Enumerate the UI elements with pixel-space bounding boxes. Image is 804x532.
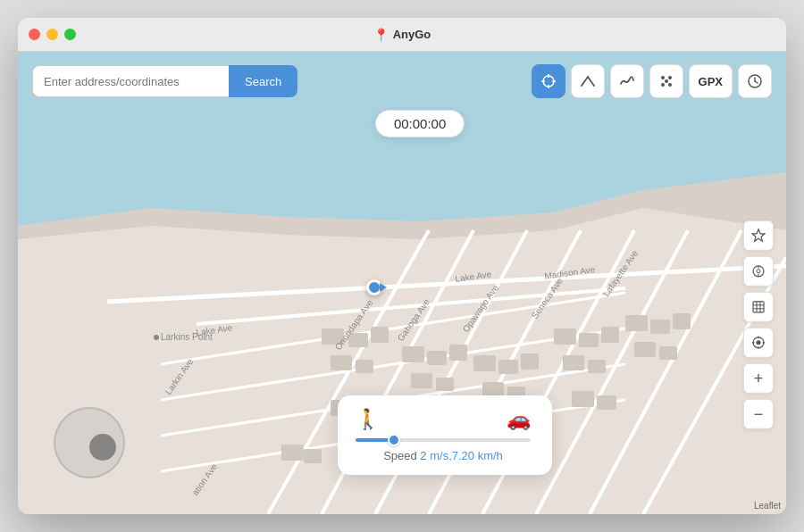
- favorites-button[interactable]: [743, 220, 774, 251]
- toolbar: Search: [18, 64, 786, 98]
- svg-rect-22: [402, 346, 424, 362]
- svg-point-93: [757, 340, 761, 345]
- svg-point-79: [665, 79, 668, 83]
- speed-icons: 🚶 🚗: [356, 408, 531, 431]
- svg-rect-21: [356, 360, 373, 373]
- speed-slider-thumb[interactable]: [388, 434, 400, 446]
- svg-rect-27: [473, 355, 496, 371]
- route2-icon: [619, 73, 635, 89]
- joystick-inner: [89, 434, 116, 461]
- svg-rect-32: [554, 328, 576, 345]
- timer-badge: 00:00:00: [375, 110, 465, 137]
- star-icon: [751, 229, 766, 243]
- compass-icon: [751, 264, 766, 278]
- map-container: Lake Ave Madison Ave Lafayette Ave Senec…: [18, 52, 786, 514]
- maximize-button[interactable]: [64, 29, 76, 40]
- zoom-in-label: +: [754, 369, 764, 387]
- app-window: 📍 AnyGo: [18, 18, 786, 514]
- speed-value: 2 m/s,7.20 km/h: [420, 449, 502, 462]
- title-text: AnyGo: [393, 28, 431, 41]
- location-icon: [751, 336, 766, 350]
- scatter-icon: [658, 73, 674, 89]
- gpx-button[interactable]: GPX: [689, 64, 733, 98]
- pin-icon: 📍: [373, 28, 389, 42]
- traffic-lights: [29, 29, 76, 40]
- zoom-out-button[interactable]: −: [743, 399, 774, 429]
- svg-rect-36: [588, 360, 606, 373]
- titlebar: 📍 AnyGo: [18, 18, 786, 52]
- svg-point-76: [668, 76, 672, 79]
- svg-rect-23: [427, 351, 447, 365]
- scatter-button[interactable]: [649, 64, 683, 98]
- svg-rect-40: [634, 342, 656, 357]
- svg-point-75: [661, 76, 665, 79]
- svg-rect-34: [601, 327, 619, 343]
- search-input[interactable]: [32, 65, 229, 97]
- joystick-outer[interactable]: [54, 407, 125, 478]
- svg-point-84: [757, 270, 760, 273]
- svg-rect-50: [281, 445, 304, 461]
- location-marker: [366, 279, 382, 295]
- map-controls-right: + −: [743, 220, 774, 429]
- speed-panel: 🚶 🚗 Speed 2 m/s,7.20 km/h: [338, 395, 552, 475]
- svg-point-77: [661, 83, 665, 87]
- svg-rect-33: [579, 333, 599, 347]
- svg-point-78: [668, 83, 672, 87]
- leaflet-attribution: Leaflet: [754, 501, 781, 511]
- svg-rect-51: [304, 449, 322, 463]
- svg-rect-87: [753, 302, 764, 312]
- zoom-in-button[interactable]: +: [743, 363, 774, 394]
- zoom-out-label: −: [754, 404, 764, 423]
- layers-icon: [751, 300, 766, 314]
- speed-slider-track[interactable]: [356, 438, 531, 442]
- gps-tool-button[interactable]: [532, 64, 565, 98]
- search-button[interactable]: Search: [229, 65, 297, 97]
- svg-rect-35: [563, 355, 584, 370]
- svg-text:Larkins Point: Larkins Point: [161, 332, 213, 342]
- svg-rect-20: [331, 355, 352, 370]
- svg-rect-37: [625, 315, 648, 331]
- crosshair-icon: [540, 73, 557, 89]
- search-group: Search: [32, 65, 297, 97]
- my-location-button[interactable]: [743, 328, 774, 358]
- clock-icon: [747, 73, 763, 89]
- close-button[interactable]: [29, 29, 40, 40]
- joystick[interactable]: [54, 407, 125, 478]
- svg-rect-38: [650, 320, 670, 334]
- svg-rect-49: [597, 395, 616, 410]
- route2-button[interactable]: [610, 64, 644, 98]
- svg-rect-39: [673, 313, 691, 329]
- minimize-button[interactable]: [46, 29, 58, 40]
- svg-rect-28: [498, 360, 518, 374]
- svg-rect-24: [449, 345, 467, 361]
- svg-rect-19: [371, 327, 389, 343]
- speed-text: Speed: [383, 449, 420, 462]
- speed-label: Speed 2 m/s,7.20 km/h: [356, 449, 531, 462]
- timer-value: 00:00:00: [394, 116, 446, 131]
- svg-rect-26: [436, 378, 454, 391]
- route1-button[interactable]: [571, 64, 605, 98]
- svg-line-82: [755, 81, 758, 83]
- svg-point-68: [154, 335, 159, 340]
- walk-icon: 🚶: [356, 408, 380, 431]
- svg-rect-41: [659, 346, 677, 360]
- app-title: 📍 AnyGo: [373, 28, 431, 42]
- svg-rect-29: [521, 353, 539, 370]
- tool-buttons: GPX: [532, 64, 772, 98]
- svg-rect-25: [411, 373, 432, 388]
- car-icon: 🚗: [507, 408, 531, 431]
- compass-button[interactable]: [743, 256, 774, 287]
- route1-icon: [580, 73, 596, 89]
- layers-button[interactable]: [743, 292, 774, 322]
- svg-rect-48: [572, 391, 594, 407]
- clock-button[interactable]: [738, 64, 772, 98]
